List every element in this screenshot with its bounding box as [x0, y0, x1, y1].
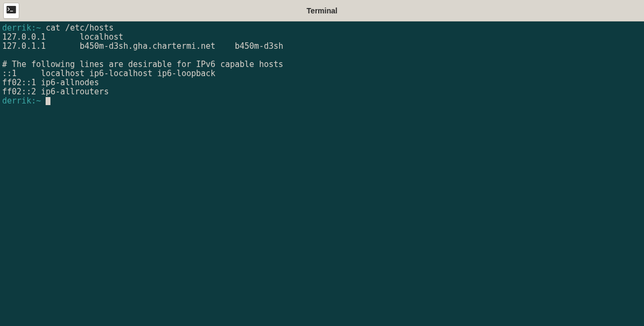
shell-prompt: derrik:~	[2, 96, 46, 106]
window-menu-button[interactable]	[3, 3, 19, 19]
cursor	[46, 97, 50, 105]
output-line	[2, 51, 642, 60]
output-line: ff02::1 ip6-allnodes	[2, 78, 642, 87]
terminal-output-area[interactable]: derrik:~ cat /etc/hosts127.0.0.1 localho…	[0, 21, 644, 326]
svg-rect-0	[6, 6, 16, 13]
output-line: 127.0.0.1 localhost	[2, 33, 642, 42]
window-titlebar: Terminal	[0, 0, 644, 21]
output-line: ::1 localhost ip6-localhost ip6-loopback	[2, 69, 642, 78]
shell-prompt: derrik:~	[2, 23, 41, 33]
window-title: Terminal	[306, 6, 337, 15]
shell-command: cat /etc/hosts	[41, 23, 113, 33]
output-line: # The following lines are desirable for …	[2, 60, 642, 69]
output-line: ff02::2 ip6-allrouters	[2, 87, 642, 97]
terminal-icon	[6, 6, 16, 16]
output-line: 127.0.1.1 b450m-d3sh.gha.chartermi.net b…	[2, 42, 642, 51]
